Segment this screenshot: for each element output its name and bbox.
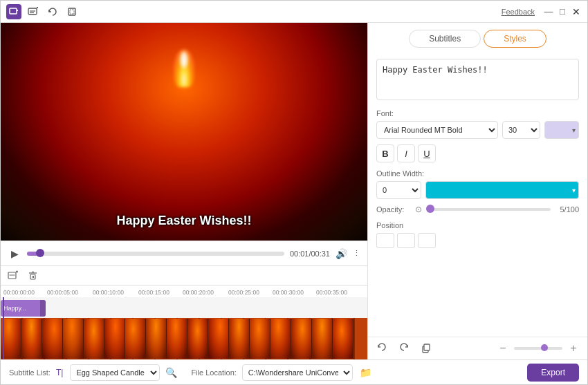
film-frame: [84, 319, 104, 359]
opacity-slider-thumb: [426, 205, 434, 213]
svg-rect-19: [424, 344, 430, 350]
toolbar-left: [374, 340, 434, 357]
subtitle-list-label: Subtitle List:: [9, 368, 50, 377]
undo-button[interactable]: [374, 340, 390, 357]
opacity-slider[interactable]: [426, 208, 551, 211]
underline-button[interactable]: U: [418, 144, 436, 162]
outline-color-picker[interactable]: ▾: [425, 181, 579, 199]
video-filmstrip: [1, 318, 367, 359]
film-frame: [125, 319, 146, 359]
ruler-marker-3: 00:00:15:00: [138, 289, 169, 296]
position-section: Position: [376, 221, 579, 248]
maximize-button[interactable]: □: [557, 6, 568, 17]
title-bar: Feedback ― □ ✕: [1, 1, 587, 23]
subtitle-clip[interactable]: Happy...: [1, 300, 46, 317]
panel-toolbar: − +: [368, 337, 587, 359]
ruler-marker-4: 00:00:20:00: [183, 289, 214, 296]
panel-content: Happy Easter Wishes!! Font: Arial Rounde…: [368, 53, 587, 337]
zoom-controls: − +: [495, 340, 582, 357]
right-panel: Subtitles Styles Happy Easter Wishes!! F…: [367, 23, 587, 359]
pos-btn-2[interactable]: [397, 233, 415, 248]
subtitle-search-button[interactable]: 🔍: [165, 367, 177, 378]
export-button[interactable]: Export: [527, 364, 579, 382]
film-frame: [146, 319, 167, 359]
ruler-marker-1: 00:00:05:00: [47, 289, 78, 296]
subtitle-file-select[interactable]: Egg Shaped Candle M...: [70, 364, 160, 381]
ruler-marker-5: 00:00:25:00: [228, 289, 259, 296]
bold-button[interactable]: B: [376, 144, 394, 162]
left-panel: Happy Easter Wishes!! ▶ 00:01/00:31 🔊 ⋮: [1, 23, 367, 359]
subtitle-add-button[interactable]: [6, 269, 20, 283]
crop-button[interactable]: [64, 4, 80, 19]
add-subtitle-button[interactable]: [26, 4, 41, 19]
ruler-marker-6: 00:00:30:00: [273, 289, 304, 296]
opacity-slider-icon: ⊙: [415, 205, 422, 214]
feedback-link[interactable]: Feedback: [502, 8, 535, 16]
position-label: Position: [376, 221, 579, 229]
font-size-select[interactable]: 30: [502, 121, 540, 139]
timeline-controls: [1, 265, 367, 285]
film-frame: [167, 319, 187, 359]
tab-styles[interactable]: Styles: [484, 30, 546, 48]
opacity-row: Opacity: ⊙ 5/100: [376, 205, 579, 214]
font-family-select[interactable]: Arial Rounded MT Bold: [376, 121, 498, 139]
subtitle-overlay: Happy Easter Wishes!!: [117, 214, 252, 228]
pos-btn-1[interactable]: [376, 233, 394, 248]
font-color-picker[interactable]: ▾: [544, 121, 579, 139]
copy-button[interactable]: [418, 340, 434, 357]
progress-thumb: [36, 249, 44, 257]
add-media-button[interactable]: [6, 4, 21, 19]
close-button[interactable]: ✕: [571, 6, 582, 17]
film-frame: [208, 319, 229, 359]
zoom-out-button[interactable]: −: [495, 340, 511, 357]
font-color-swatch: [549, 124, 571, 136]
italic-button[interactable]: I: [397, 144, 415, 162]
minimize-button[interactable]: ―: [543, 6, 554, 17]
volume-icon[interactable]: 🔊: [336, 248, 347, 259]
film-frame: [104, 319, 125, 359]
video-area: Happy Easter Wishes!!: [1, 23, 367, 241]
title-bar-left: [6, 4, 80, 19]
ruler-marker-0: 00:00:00:00: [3, 289, 35, 296]
format-buttons-row: B I U: [376, 144, 579, 162]
color-dropdown-arrow: ▾: [572, 126, 576, 134]
panel-tabs: Subtitles Styles: [368, 23, 587, 53]
outline-width-select[interactable]: 0: [376, 181, 421, 199]
zoom-slider[interactable]: [514, 347, 562, 350]
file-location-label: File Location:: [191, 368, 236, 377]
film-frame: [312, 319, 333, 359]
outline-color-dropdown-arrow: ▾: [572, 187, 576, 194]
play-button[interactable]: ▶: [8, 247, 21, 261]
ruler-marker-7: 00:00:35:00: [316, 289, 347, 296]
settings-icon[interactable]: ⋮: [353, 249, 360, 258]
font-row: Arial Rounded MT Bold 30 ▾: [376, 121, 579, 139]
film-frame: [21, 319, 42, 359]
opacity-label: Opacity:: [376, 205, 411, 214]
rotate-button[interactable]: [45, 4, 60, 19]
file-path-select[interactable]: C:\Wondershare UniConverter: [242, 364, 353, 381]
zoom-thumb: [541, 344, 548, 351]
svg-rect-14: [30, 274, 35, 279]
progress-bar[interactable]: [27, 252, 284, 256]
film-frame: [291, 319, 312, 359]
subtitle-clip-end: [40, 300, 46, 317]
outline-row: 0 ▾: [376, 181, 579, 199]
subtitle-delete-button[interactable]: [26, 269, 39, 283]
film-frame: [333, 319, 353, 359]
film-frame: [229, 319, 250, 359]
zoom-in-button[interactable]: +: [565, 340, 582, 357]
pos-btn-3[interactable]: [418, 233, 436, 248]
film-frame: [187, 319, 208, 359]
candle-flame: [174, 49, 194, 87]
subtitle-text-input[interactable]: Happy Easter Wishes!!: [376, 59, 579, 100]
film-frame: [63, 319, 84, 359]
folder-icon[interactable]: 📁: [360, 367, 371, 378]
status-bar: Subtitle List: T| Egg Shaped Candle M...…: [1, 359, 587, 384]
opacity-value: 5/100: [555, 205, 579, 214]
redo-button[interactable]: [396, 340, 412, 357]
timeline-ruler[interactable]: 00:00:00:00 00:00:05:00 00:00:10:00 00:0…: [1, 285, 367, 297]
film-frame: [270, 319, 291, 359]
svg-rect-0: [10, 8, 17, 14]
timeline-area[interactable]: Happy...: [1, 297, 367, 359]
tab-subtitles[interactable]: Subtitles: [409, 30, 481, 48]
